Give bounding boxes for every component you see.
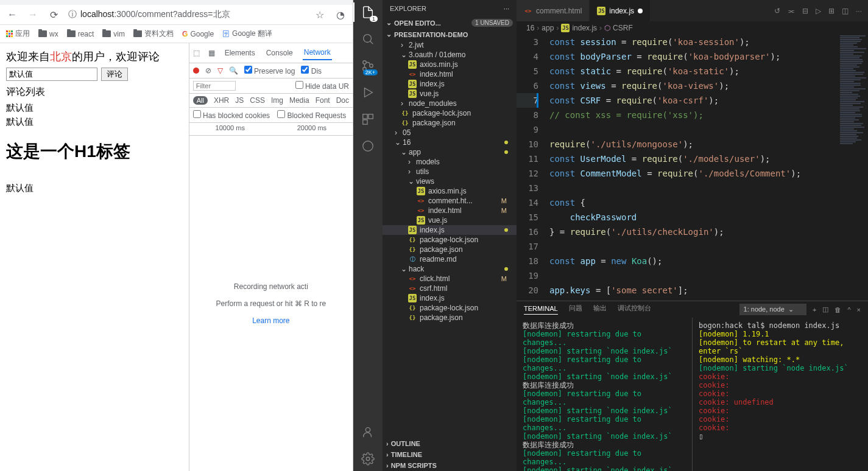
folder-3-oauth---01demo[interactable]: ⌄3.oauth / 01demo — [383, 50, 517, 60]
file-index-js[interactable]: JSindex.js — [383, 293, 517, 303]
bookmark-google[interactable]: GGoogle — [182, 30, 214, 38]
file-package-lock-json[interactable]: {}package-lock.json — [383, 303, 517, 313]
code-editor[interactable]: 3456789101112131415161718192021 const se… — [517, 35, 868, 301]
bookmark-vim[interactable]: vim — [102, 30, 125, 38]
more-icon[interactable]: ⊞ — [828, 7, 834, 15]
split-terminal-icon[interactable]: ◫ — [822, 305, 828, 313]
inspect-icon[interactable]: ⬚ — [193, 49, 200, 57]
editor-tab-index.js[interactable]: JSindex.js — [590, 0, 651, 21]
file-index-js[interactable]: JSindex.js — [383, 79, 517, 89]
folder-16[interactable]: ⌄16 — [383, 138, 517, 147]
tab-console[interactable]: Console — [265, 46, 294, 60]
tab-elements[interactable]: Elements — [224, 46, 256, 60]
maximize-icon[interactable]: ^ — [847, 306, 850, 313]
new-terminal-icon[interactable]: + — [813, 306, 816, 313]
debug-icon[interactable] — [361, 85, 375, 100]
folder-hack[interactable]: ⌄hack — [383, 264, 517, 274]
layout-icon[interactable]: ◫ — [842, 7, 849, 15]
folder-05[interactable]: ›05 — [383, 128, 517, 138]
remote-icon[interactable] — [361, 139, 375, 153]
search-icon[interactable]: 🔍 — [229, 66, 238, 75]
filter-font[interactable]: Font — [316, 96, 330, 105]
kill-terminal-icon[interactable]: 🗑 — [834, 306, 841, 313]
folder-node_modules[interactable]: ›node_modules — [383, 99, 517, 108]
device-icon[interactable]: ▦ — [208, 49, 215, 57]
minimap[interactable] — [838, 35, 868, 301]
file-readme-md[interactable]: ⓘreadme.md — [383, 254, 517, 264]
timeline-section[interactable]: ›TIMELINE — [383, 449, 517, 460]
filter-js[interactable]: JS — [235, 96, 244, 105]
run-icon[interactable]: ▷ — [816, 7, 821, 15]
url-bar[interactable]: ⓘ localhost:3000/comment?address=北京 — [68, 9, 305, 20]
npm-scripts-section[interactable]: ›NPM SCRIPTS — [383, 460, 517, 471]
more-icon[interactable]: ··· — [504, 5, 509, 12]
extensions-icon[interactable] — [361, 112, 375, 127]
settings-icon[interactable] — [361, 452, 375, 466]
extension-icon[interactable]: ◔ — [334, 9, 347, 21]
bookmark-docs[interactable]: 资料文档 — [133, 29, 174, 39]
record-button[interactable] — [193, 68, 199, 74]
filter-input[interactable] — [193, 81, 236, 91]
history-icon[interactable]: ↺ — [774, 7, 780, 15]
terminal-select[interactable]: 1: node, node ⌄ — [739, 304, 806, 315]
blocked-cookies-checkbox[interactable]: Has blocked cookies — [193, 110, 270, 120]
more-actions-icon[interactable]: ··· — [856, 7, 862, 15]
back-button[interactable]: ← — [6, 9, 18, 21]
folder-models[interactable]: ›models — [383, 157, 517, 167]
output-tab[interactable]: 输出 — [593, 304, 607, 315]
preserve-log-checkbox[interactable]: Preserve log — [244, 66, 295, 75]
clear-button[interactable]: ⊘ — [205, 66, 211, 75]
filter-doc[interactable]: Doc — [336, 96, 349, 105]
file-index-js[interactable]: JSindex.js — [383, 225, 517, 235]
search-icon[interactable] — [361, 32, 375, 46]
bookmark-translate[interactable]: 🈂Google 翻译 — [222, 29, 272, 39]
reload-button[interactable]: ⟳ — [48, 9, 60, 21]
forward-button[interactable]: → — [27, 9, 39, 21]
outline-section[interactable]: ›OUTLINE — [383, 438, 517, 449]
folder-views[interactable]: ⌄views — [383, 176, 517, 186]
split-icon[interactable]: ⊟ — [802, 7, 808, 15]
filter-all[interactable]: All — [193, 96, 208, 105]
file-package-lock-json[interactable]: {}package-lock.json — [383, 235, 517, 245]
compare-icon[interactable]: ⫘ — [788, 7, 795, 15]
file-csrf-html[interactable]: <>csrf.html — [383, 284, 517, 293]
file-package-json[interactable]: {}package.json — [383, 245, 517, 254]
filter-css[interactable]: CSS — [250, 96, 265, 105]
explorer-icon[interactable]: 1 — [361, 5, 375, 19]
scm-icon[interactable]: 2K+ — [361, 58, 375, 73]
learn-more-link[interactable]: Learn more — [252, 316, 289, 325]
blocked-requests-checkbox[interactable]: Blocked Requests — [277, 110, 346, 120]
file-axios-min-js[interactable]: JSaxios.min.js — [383, 186, 517, 196]
file-click-html[interactable]: <>click.htmlM — [383, 274, 517, 284]
account-icon[interactable] — [361, 425, 375, 439]
comment-input[interactable] — [6, 68, 97, 81]
terminal-tab[interactable]: TERMINAL — [524, 305, 558, 315]
file-vue-js[interactable]: JSvue.js — [383, 89, 517, 99]
submit-button[interactable]: 评论 — [101, 68, 128, 81]
bookmark-wx[interactable]: wx — [38, 30, 58, 38]
filter-media[interactable]: Media — [289, 96, 309, 105]
filter-xhr[interactable]: XHR — [214, 96, 229, 105]
file-index-html[interactable]: <>index.html — [383, 69, 517, 79]
debug-console-tab[interactable]: 调试控制台 — [618, 304, 651, 315]
file-axios-min-js[interactable]: JSaxios.min.js — [383, 60, 517, 69]
terminal-left[interactable]: 数据库连接成功[nodemon] restarting due to chang… — [517, 318, 692, 471]
folder-utils[interactable]: ›utils — [383, 167, 517, 176]
problems-tab[interactable]: 问题 — [569, 304, 582, 315]
disable-cache-checkbox[interactable]: Dis — [301, 66, 322, 75]
open-editors-section[interactable]: ⌄OPEN EDITO... 1 UNSAVED — [383, 17, 517, 29]
project-section[interactable]: ⌄PRESENTATION-DEMO — [383, 29, 517, 40]
close-panel-icon[interactable]: × — [857, 306, 861, 313]
file-package-lock-json[interactable]: {}package-lock.json — [383, 108, 517, 118]
breadcrumbs[interactable]: 16› app› JSindex.js› ⬡ CSRF — [517, 21, 868, 35]
file-index-html[interactable]: <>index.htmlM — [383, 206, 517, 215]
file-comment-ht---[interactable]: <>comment.ht...M — [383, 196, 517, 206]
file-package-json[interactable]: {}package.json — [383, 313, 517, 323]
folder-app[interactable]: ⌄app — [383, 147, 517, 157]
terminal-right[interactable]: bogon:hack tal$ nodemon index.js[nodemon… — [692, 318, 868, 471]
file-vue-js[interactable]: JSvue.js — [383, 215, 517, 225]
apps-button[interactable]: 应用 — [6, 29, 30, 39]
star-icon[interactable]: ☆ — [314, 9, 326, 21]
editor-tab-comment.html[interactable]: <>comment.html — [517, 0, 590, 21]
timeline[interactable]: 10000 ms 20000 ms — [189, 123, 353, 136]
